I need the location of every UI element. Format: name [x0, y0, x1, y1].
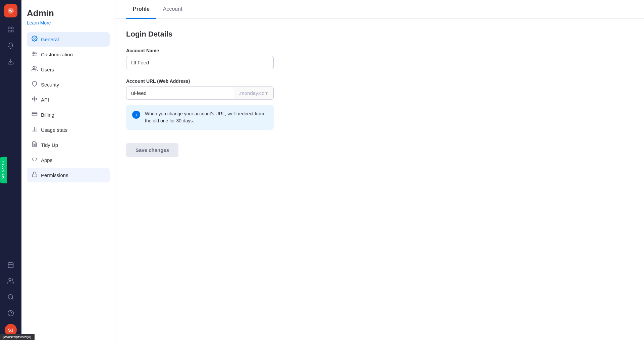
svg-rect-3	[8, 30, 10, 32]
sidebar: Admin Learn More General Customization	[21, 0, 115, 340]
billing-icon	[32, 111, 38, 119]
sidebar-item-label-apps: Apps	[41, 157, 52, 163]
account-url-row: .monday.com	[126, 87, 274, 100]
customization-icon	[32, 51, 38, 58]
api-icon	[32, 96, 38, 104]
app-logo[interactable]	[4, 4, 17, 17]
download-icon[interactable]	[4, 55, 17, 68]
info-icon: i	[132, 111, 140, 119]
svg-point-24	[34, 97, 35, 98]
sidebar-title: Admin	[27, 8, 110, 18]
sidebar-item-label-security: Security	[41, 82, 59, 88]
people-icon[interactable]	[4, 274, 17, 288]
sidebar-item-customization[interactable]: Customization	[27, 47, 110, 62]
account-name-input[interactable]	[126, 56, 274, 69]
sidebar-item-label-customization: Customization	[41, 52, 73, 57]
account-url-label: Account URL (Web Address)	[126, 78, 393, 84]
status-bar: javascript:void(0)	[0, 334, 35, 340]
sidebar-item-users[interactable]: Users	[27, 62, 110, 77]
sidebar-item-billing[interactable]: Billing	[27, 108, 110, 122]
sidebar-item-label-users: Users	[41, 67, 54, 72]
svg-rect-40	[32, 174, 37, 177]
section-title: Login Details	[126, 30, 393, 39]
save-changes-button[interactable]: Save changes	[126, 143, 178, 157]
tab-profile[interactable]: Profile	[126, 0, 156, 19]
sidebar-item-general[interactable]: General	[27, 32, 110, 47]
account-name-label: Account Name	[126, 48, 393, 53]
shield-icon	[32, 81, 38, 89]
search-icon[interactable]	[4, 290, 17, 304]
svg-rect-2	[11, 27, 13, 29]
sidebar-item-label-permissions: Permissions	[41, 172, 68, 178]
url-info-banner: i When you change your account's URL, we…	[126, 105, 274, 130]
svg-point-20	[35, 53, 36, 54]
sidebar-item-label-billing: Billing	[41, 112, 54, 118]
sidebar-item-label-usage-stats: Usage stats	[41, 127, 67, 133]
icon-rail: SJ See plans +	[0, 0, 21, 340]
sidebar-item-label-general: General	[41, 37, 59, 42]
chart-icon	[32, 126, 38, 134]
info-banner-text: When you change your account's URL, we'l…	[145, 110, 268, 124]
sidebar-item-api[interactable]: API	[27, 93, 110, 107]
account-name-field-group: Account Name	[126, 48, 393, 69]
tab-account[interactable]: Account	[156, 0, 189, 19]
svg-point-19	[33, 52, 34, 53]
see-plans-tab[interactable]: See plans +	[0, 157, 7, 183]
svg-line-12	[12, 298, 13, 300]
main-content: Profile Account Login Details Account Na…	[115, 0, 644, 340]
svg-point-22	[33, 66, 35, 68]
account-url-input[interactable]	[126, 87, 234, 100]
account-url-field-group: Account URL (Web Address) .monday.com i …	[126, 78, 393, 130]
sidebar-item-tidy-up[interactable]: Tidy Up	[27, 138, 110, 152]
svg-rect-4	[11, 30, 13, 32]
sidebar-item-security[interactable]: Security	[27, 77, 110, 92]
svg-point-26	[32, 99, 33, 100]
lock-icon	[32, 171, 38, 179]
svg-point-27	[36, 99, 37, 100]
svg-point-25	[34, 100, 35, 101]
sidebar-item-apps[interactable]: Apps	[27, 153, 110, 167]
account-url-suffix: .monday.com	[234, 87, 274, 100]
gear-icon	[32, 36, 38, 43]
bell-icon[interactable]	[4, 39, 17, 52]
svg-point-21	[33, 55, 34, 56]
sidebar-item-label-api: API	[41, 97, 49, 103]
sidebar-item-label-tidy-up: Tidy Up	[41, 142, 58, 148]
svg-point-13	[8, 310, 14, 316]
apps-icon	[32, 156, 38, 164]
svg-point-15	[34, 38, 36, 40]
sidebar-item-permissions[interactable]: Permissions	[27, 168, 110, 182]
calendar-icon[interactable]	[4, 258, 17, 272]
svg-rect-1	[8, 27, 10, 29]
svg-rect-6	[8, 263, 13, 268]
sidebar-item-usage-stats[interactable]: Usage stats	[27, 123, 110, 137]
tidy-icon	[32, 141, 38, 149]
users-icon	[32, 66, 38, 73]
help-icon[interactable]	[4, 306, 17, 320]
learn-more-link[interactable]: Learn More	[27, 20, 51, 25]
grid-icon[interactable]	[4, 23, 17, 36]
tabs-bar: Profile Account	[115, 0, 644, 19]
svg-point-10	[9, 279, 11, 281]
svg-point-11	[8, 295, 13, 299]
svg-point-23	[34, 99, 35, 100]
svg-rect-32	[32, 112, 37, 116]
content-area: Login Details Account Name Account URL (…	[115, 19, 404, 168]
